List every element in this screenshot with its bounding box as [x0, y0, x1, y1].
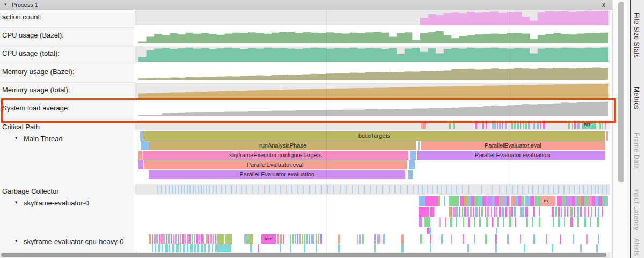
process-header[interactable]: ▾ Process 1 x: [0, 0, 612, 10]
gc-tick[interactable]: [181, 185, 182, 194]
tab-file-size-stats[interactable]: File Size Stats: [633, 13, 640, 58]
tick[interactable]: [199, 234, 200, 244]
tick[interactable]: [425, 196, 438, 206]
counter-label-row[interactable]: Memory usage (Bazel):: [0, 64, 135, 83]
gc-tick[interactable]: [275, 185, 276, 194]
slice[interactable]: skyframeExecutor.configureTargets: [143, 151, 408, 160]
tick[interactable]: [535, 196, 540, 206]
counter-label-row[interactable]: CPU usage (Bazel):: [0, 28, 135, 46]
tick[interactable]: [515, 217, 517, 227]
gc-tick[interactable]: [564, 185, 565, 194]
tick[interactable]: [420, 234, 422, 244]
tick[interactable]: [572, 121, 573, 129]
vertical-scrollbar-thumb[interactable]: [618, 2, 624, 182]
thread-label-row[interactable]: ▾skyframe-evaluator-cpu-heavy-0: [0, 234, 135, 245]
tick[interactable]: [533, 121, 535, 129]
tick[interactable]: [418, 141, 420, 150]
tick[interactable]: [496, 207, 498, 217]
tick[interactable]: [138, 160, 143, 169]
tick[interactable]: [173, 234, 175, 244]
tick[interactable]: [496, 228, 498, 234]
counter-track[interactable]: [135, 10, 610, 25]
tick[interactable]: [217, 244, 231, 252]
tick[interactable]: [217, 234, 224, 244]
tick[interactable]: [511, 121, 514, 129]
tick[interactable]: [570, 207, 573, 217]
tick[interactable]: [169, 244, 171, 252]
tick[interactable]: [561, 207, 563, 217]
tick[interactable]: [304, 234, 305, 244]
tick[interactable]: [521, 196, 524, 206]
tick[interactable]: [491, 207, 492, 217]
tick[interactable]: [598, 234, 599, 244]
tick[interactable]: [486, 217, 488, 227]
gc-tick[interactable]: [327, 185, 328, 194]
tick[interactable]: [460, 196, 464, 206]
tick[interactable]: [374, 234, 376, 244]
tick[interactable]: [166, 234, 167, 244]
tick[interactable]: [309, 234, 310, 244]
gc-tick[interactable]: [225, 185, 226, 194]
tick[interactable]: [564, 217, 566, 227]
tick[interactable]: [409, 160, 415, 169]
gc-tick[interactable]: [522, 185, 523, 194]
tick[interactable]: [577, 121, 580, 129]
gc-tick[interactable]: [413, 185, 414, 194]
gc-tick[interactable]: [583, 185, 584, 194]
tick[interactable]: [463, 234, 465, 244]
slice[interactable]: act...: [582, 121, 596, 129]
tick[interactable]: [208, 244, 210, 252]
tick[interactable]: [302, 234, 304, 244]
tick[interactable]: [577, 207, 579, 217]
counter-track[interactable]: [135, 83, 610, 98]
tick[interactable]: [503, 217, 504, 227]
gc-tick[interactable]: [241, 185, 242, 194]
tick[interactable]: [180, 234, 181, 244]
tick[interactable]: [481, 207, 484, 217]
tick[interactable]: [525, 207, 528, 217]
tick[interactable]: [453, 207, 456, 217]
tick[interactable]: [505, 207, 507, 217]
tick[interactable]: [486, 196, 492, 206]
tick[interactable]: [357, 234, 358, 244]
gc-tick[interactable]: [213, 185, 214, 194]
horizontal-scrollbar[interactable]: [0, 252, 612, 258]
tick[interactable]: [138, 151, 142, 160]
tick[interactable]: [183, 244, 185, 252]
tick[interactable]: [525, 121, 527, 129]
gc-tick[interactable]: [352, 185, 353, 194]
tick[interactable]: [175, 234, 177, 244]
tick[interactable]: [517, 121, 519, 129]
tick[interactable]: [377, 234, 379, 244]
tick[interactable]: [464, 207, 466, 217]
tick[interactable]: [573, 234, 574, 244]
tick[interactable]: [187, 234, 189, 244]
tick[interactable]: [258, 244, 259, 252]
slice[interactable]: Parallel Evaluator evaluation: [149, 170, 405, 179]
tick[interactable]: [467, 207, 469, 217]
tick[interactable]: [588, 207, 589, 217]
tick[interactable]: [162, 244, 164, 252]
tick[interactable]: [530, 196, 534, 206]
tick[interactable]: [507, 196, 509, 206]
tick[interactable]: [401, 234, 404, 244]
tick[interactable]: [295, 234, 296, 244]
gc-tick[interactable]: [236, 185, 237, 194]
gc-tick[interactable]: [595, 185, 596, 194]
gc-tick[interactable]: [195, 185, 196, 194]
tick[interactable]: [497, 217, 500, 227]
tick[interactable]: [584, 217, 586, 227]
tick[interactable]: [203, 234, 205, 244]
tick[interactable]: [539, 207, 540, 217]
tick[interactable]: [492, 121, 494, 129]
thread-label-row[interactable]: ▾skyframe-evaluator-0: [0, 196, 135, 207]
tick[interactable]: [156, 234, 158, 244]
gc-tick[interactable]: [506, 185, 507, 194]
tab-alerts[interactable]: Alerts: [633, 238, 640, 256]
gc-tick[interactable]: [193, 185, 194, 194]
counter-track[interactable]: [135, 101, 610, 116]
tick[interactable]: [196, 234, 199, 244]
gc-tick[interactable]: [532, 185, 533, 194]
tick[interactable]: [154, 234, 156, 244]
tick[interactable]: [453, 121, 455, 129]
